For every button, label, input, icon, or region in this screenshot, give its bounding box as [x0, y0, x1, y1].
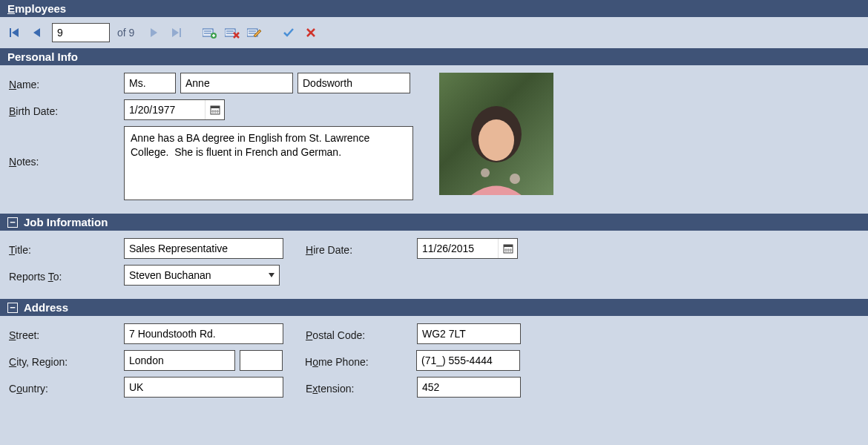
street-input[interactable] — [124, 323, 283, 344]
calendar-icon[interactable] — [205, 100, 224, 119]
label-title: Title: — [9, 241, 124, 256]
first-name-input[interactable] — [180, 73, 293, 93]
label-city-region: City, Region: — [9, 353, 124, 368]
section-header-job: − Job Information — [0, 214, 868, 231]
birth-date-field[interactable] — [124, 99, 225, 120]
nav-first-icon[interactable] — [7, 25, 22, 40]
label-country: Country: — [9, 380, 124, 395]
record-navigator: of 9 — [0, 17, 868, 48]
add-record-icon[interactable] — [203, 25, 217, 40]
nav-next-icon — [146, 25, 161, 40]
label-notes: Notes: — [9, 126, 124, 168]
titlebar-rest: mployees — [15, 2, 66, 15]
nav-total-label: of 9 — [117, 27, 134, 39]
calendar-icon[interactable] — [498, 239, 517, 258]
section-body-address: Street: Postal Code: City, Region: Home … — [0, 316, 868, 405]
label-birth-date: Birth Date: — [9, 102, 124, 117]
chevron-down-icon[interactable] — [264, 266, 279, 285]
label-home-phone: Home Phone: — [305, 353, 416, 368]
last-name-input[interactable] — [297, 73, 410, 93]
hire-date-field[interactable] — [417, 238, 518, 259]
svg-marker-3 — [151, 28, 157, 37]
window-titlebar: Employees — [0, 0, 868, 17]
nav-current-input[interactable] — [52, 23, 110, 42]
svg-marker-1 — [12, 28, 19, 37]
home-phone-input[interactable] — [416, 350, 520, 371]
cancel-edit-icon[interactable] — [303, 25, 318, 40]
label-hire-date: Hire Date: — [306, 241, 417, 256]
collapse-icon[interactable]: − — [7, 217, 18, 228]
reports-to-select[interactable] — [124, 265, 280, 286]
svg-point-30 — [479, 119, 514, 161]
employee-photo — [439, 73, 553, 195]
svg-rect-24 — [211, 106, 220, 108]
nav-last-icon — [168, 25, 183, 40]
label-street: Street: — [9, 326, 124, 341]
title-of-courtesy-input[interactable] — [124, 73, 176, 93]
country-input[interactable] — [124, 377, 283, 398]
nav-prev-icon[interactable] — [30, 25, 45, 40]
edit-record-icon[interactable] — [247, 25, 262, 40]
svg-rect-34 — [504, 245, 513, 247]
svg-rect-12 — [225, 29, 235, 36]
notes-textarea[interactable] — [124, 126, 413, 200]
svg-point-32 — [510, 174, 520, 184]
svg-point-31 — [481, 168, 490, 177]
svg-rect-5 — [180, 28, 181, 37]
section-title-personal: Personal Info — [7, 50, 78, 63]
reports-to-input[interactable] — [125, 266, 264, 285]
city-input[interactable] — [124, 350, 235, 371]
hire-date-input[interactable] — [418, 239, 498, 258]
region-input[interactable] — [240, 350, 283, 371]
job-title-input[interactable] — [124, 238, 283, 259]
birth-date-input[interactable] — [125, 100, 205, 119]
extension-input[interactable] — [417, 377, 521, 398]
svg-marker-2 — [33, 28, 40, 37]
label-postal-code: Postal Code: — [306, 326, 417, 341]
collapse-icon[interactable]: − — [7, 303, 18, 313]
section-header-personal: Personal Info — [0, 48, 868, 65]
delete-record-icon[interactable] — [225, 25, 240, 40]
label-name: Name: — [9, 76, 124, 90]
postal-code-input[interactable] — [417, 323, 521, 344]
svg-rect-0 — [10, 28, 11, 37]
svg-marker-4 — [172, 28, 179, 37]
section-title-address: Address — [24, 301, 68, 314]
section-title-job: Job Information — [24, 216, 108, 228]
end-edit-icon[interactable] — [281, 25, 296, 40]
label-extension: Extension: — [306, 380, 417, 395]
svg-marker-39 — [269, 273, 274, 277]
section-body-personal: Name: Birth Date: Notes: — [0, 65, 868, 214]
section-header-address: − Address — [0, 299, 868, 316]
label-reports-to: Reports To: — [9, 268, 124, 283]
section-body-job: Title: Hire Date: Reports To: — [0, 231, 868, 299]
